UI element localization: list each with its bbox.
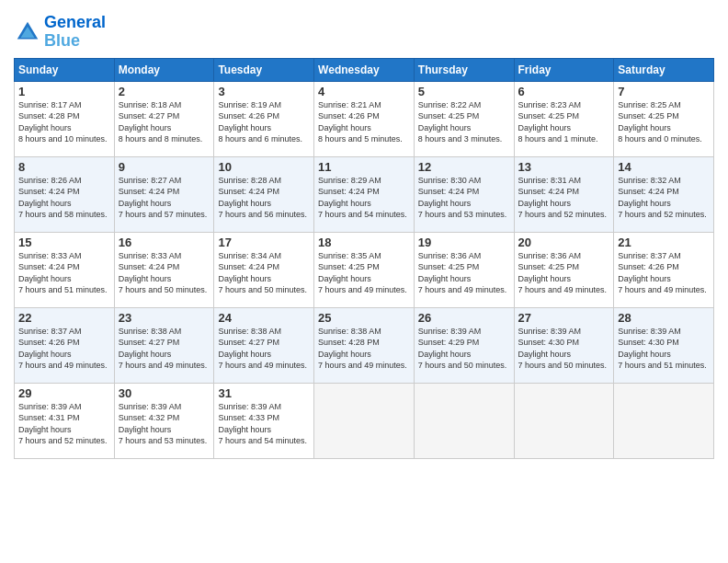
day-number: 12 — [418, 160, 510, 174]
calendar-cell: 16 Sunrise: 8:33 AM Sunset: 4:24 PM Dayl… — [114, 232, 214, 307]
calendar-cell: 25 Sunrise: 8:38 AM Sunset: 4:28 PM Dayl… — [314, 307, 415, 383]
day-info: Sunrise: 8:34 AM Sunset: 4:24 PM Dayligh… — [218, 250, 310, 296]
calendar-cell: 17 Sunrise: 8:34 AM Sunset: 4:24 PM Dayl… — [214, 232, 314, 307]
day-number: 7 — [618, 85, 710, 98]
day-info: Sunrise: 8:25 AM Sunset: 4:25 PM Dayligh… — [618, 99, 710, 145]
day-info: Sunrise: 8:39 AM Sunset: 4:31 PM Dayligh… — [18, 401, 110, 447]
day-info: Sunrise: 8:32 AM Sunset: 4:24 PM Dayligh… — [618, 175, 710, 221]
col-header-tuesday: Tuesday — [214, 58, 314, 81]
day-number: 30 — [119, 386, 210, 400]
day-number: 5 — [418, 85, 510, 98]
day-info: Sunrise: 8:28 AM Sunset: 4:24 PM Dayligh… — [218, 175, 310, 221]
col-header-saturday: Saturday — [614, 58, 714, 81]
day-info: Sunrise: 8:38 AM Sunset: 4:27 PM Dayligh… — [119, 326, 210, 372]
day-info: Sunrise: 8:17 AM Sunset: 4:28 PM Dayligh… — [18, 99, 110, 145]
calendar-cell: 2 Sunrise: 8:18 AM Sunset: 4:27 PM Dayli… — [114, 81, 214, 156]
day-info: Sunrise: 8:33 AM Sunset: 4:24 PM Dayligh… — [119, 250, 210, 296]
col-header-monday: Monday — [114, 58, 214, 81]
calendar-cell — [414, 383, 514, 458]
day-number: 29 — [18, 386, 110, 400]
day-number: 28 — [618, 311, 710, 325]
calendar-cell: 23 Sunrise: 8:38 AM Sunset: 4:27 PM Dayl… — [114, 307, 214, 383]
calendar-cell: 15 Sunrise: 8:33 AM Sunset: 4:24 PM Dayl… — [15, 232, 115, 307]
day-info: Sunrise: 8:36 AM Sunset: 4:25 PM Dayligh… — [418, 250, 510, 296]
day-info: Sunrise: 8:29 AM Sunset: 4:24 PM Dayligh… — [318, 175, 410, 221]
day-info: Sunrise: 8:35 AM Sunset: 4:25 PM Dayligh… — [318, 250, 410, 296]
day-info: Sunrise: 8:37 AM Sunset: 4:26 PM Dayligh… — [18, 326, 110, 372]
calendar-cell: 26 Sunrise: 8:39 AM Sunset: 4:29 PM Dayl… — [414, 307, 514, 383]
calendar-cell: 14 Sunrise: 8:32 AM Sunset: 4:24 PM Dayl… — [614, 156, 714, 232]
calendar-cell: 1 Sunrise: 8:17 AM Sunset: 4:28 PM Dayli… — [15, 81, 115, 156]
calendar-cell: 3 Sunrise: 8:19 AM Sunset: 4:26 PM Dayli… — [214, 81, 314, 156]
calendar-cell: 28 Sunrise: 8:39 AM Sunset: 4:30 PM Dayl… — [614, 307, 714, 383]
calendar-cell: 11 Sunrise: 8:29 AM Sunset: 4:24 PM Dayl… — [314, 156, 415, 232]
day-info: Sunrise: 8:38 AM Sunset: 4:28 PM Dayligh… — [318, 326, 410, 372]
day-number: 27 — [518, 311, 610, 325]
day-number: 1 — [18, 85, 110, 98]
calendar-cell: 12 Sunrise: 8:30 AM Sunset: 4:24 PM Dayl… — [414, 156, 514, 232]
col-header-thursday: Thursday — [414, 58, 514, 81]
calendar-cell: 18 Sunrise: 8:35 AM Sunset: 4:25 PM Dayl… — [314, 232, 415, 307]
day-info: Sunrise: 8:39 AM Sunset: 4:32 PM Dayligh… — [119, 401, 210, 447]
day-info: Sunrise: 8:39 AM Sunset: 4:29 PM Dayligh… — [418, 326, 510, 372]
logo-text: General Blue — [44, 14, 106, 51]
calendar-cell: 13 Sunrise: 8:31 AM Sunset: 4:24 PM Dayl… — [514, 156, 614, 232]
logo-icon — [14, 18, 41, 46]
day-info: Sunrise: 8:31 AM Sunset: 4:24 PM Dayligh… — [518, 175, 610, 221]
day-number: 8 — [18, 160, 110, 174]
day-info: Sunrise: 8:39 AM Sunset: 4:30 PM Dayligh… — [618, 326, 710, 372]
header: General Blue — [14, 9, 714, 51]
day-info: Sunrise: 8:21 AM Sunset: 4:26 PM Dayligh… — [318, 99, 410, 145]
calendar-cell: 4 Sunrise: 8:21 AM Sunset: 4:26 PM Dayli… — [314, 81, 415, 156]
day-info: Sunrise: 8:39 AM Sunset: 4:33 PM Dayligh… — [218, 401, 310, 447]
day-info: Sunrise: 8:22 AM Sunset: 4:25 PM Dayligh… — [418, 99, 510, 145]
day-number: 17 — [218, 236, 310, 249]
calendar-cell: 7 Sunrise: 8:25 AM Sunset: 4:25 PM Dayli… — [614, 81, 714, 156]
calendar-cell: 21 Sunrise: 8:37 AM Sunset: 4:26 PM Dayl… — [614, 232, 714, 307]
calendar-cell: 10 Sunrise: 8:28 AM Sunset: 4:24 PM Dayl… — [214, 156, 314, 232]
calendar-cell: 5 Sunrise: 8:22 AM Sunset: 4:25 PM Dayli… — [414, 81, 514, 156]
calendar-table: SundayMondayTuesdayWednesdayThursdayFrid… — [14, 58, 714, 459]
day-number: 20 — [518, 236, 610, 249]
calendar-cell: 6 Sunrise: 8:23 AM Sunset: 4:25 PM Dayli… — [514, 81, 614, 156]
calendar-cell: 9 Sunrise: 8:27 AM Sunset: 4:24 PM Dayli… — [114, 156, 214, 232]
page-container: General Blue SundayMondayTuesdayWednesda… — [0, 0, 728, 464]
calendar-cell: 29 Sunrise: 8:39 AM Sunset: 4:31 PM Dayl… — [15, 383, 115, 458]
day-number: 6 — [518, 85, 610, 98]
day-info: Sunrise: 8:30 AM Sunset: 4:24 PM Dayligh… — [418, 175, 510, 221]
day-number: 16 — [119, 236, 210, 249]
day-info: Sunrise: 8:38 AM Sunset: 4:27 PM Dayligh… — [218, 326, 310, 372]
day-info: Sunrise: 8:33 AM Sunset: 4:24 PM Dayligh… — [18, 250, 110, 296]
logo: General Blue — [14, 14, 106, 51]
calendar-cell: 22 Sunrise: 8:37 AM Sunset: 4:26 PM Dayl… — [15, 307, 115, 383]
day-number: 26 — [418, 311, 510, 325]
day-info: Sunrise: 8:39 AM Sunset: 4:30 PM Dayligh… — [518, 326, 610, 372]
day-number: 31 — [218, 386, 310, 400]
day-info: Sunrise: 8:23 AM Sunset: 4:25 PM Dayligh… — [518, 99, 610, 145]
day-info: Sunrise: 8:26 AM Sunset: 4:24 PM Dayligh… — [18, 175, 110, 221]
day-number: 19 — [418, 236, 510, 249]
calendar-cell — [314, 383, 415, 458]
col-header-friday: Friday — [514, 58, 614, 81]
day-number: 10 — [218, 160, 310, 174]
calendar-cell — [514, 383, 614, 458]
calendar-cell — [614, 383, 714, 458]
day-number: 14 — [618, 160, 710, 174]
calendar-cell: 30 Sunrise: 8:39 AM Sunset: 4:32 PM Dayl… — [114, 383, 214, 458]
day-number: 15 — [18, 236, 110, 249]
calendar-cell: 24 Sunrise: 8:38 AM Sunset: 4:27 PM Dayl… — [214, 307, 314, 383]
calendar-cell: 31 Sunrise: 8:39 AM Sunset: 4:33 PM Dayl… — [214, 383, 314, 458]
day-info: Sunrise: 8:18 AM Sunset: 4:27 PM Dayligh… — [119, 99, 210, 145]
day-info: Sunrise: 8:27 AM Sunset: 4:24 PM Dayligh… — [119, 175, 210, 221]
col-header-wednesday: Wednesday — [314, 58, 415, 81]
day-number: 25 — [318, 311, 410, 325]
day-number: 13 — [518, 160, 610, 174]
day-info: Sunrise: 8:36 AM Sunset: 4:25 PM Dayligh… — [518, 250, 610, 296]
day-number: 2 — [119, 85, 210, 98]
day-number: 11 — [318, 160, 410, 174]
day-number: 22 — [18, 311, 110, 325]
calendar-cell: 8 Sunrise: 8:26 AM Sunset: 4:24 PM Dayli… — [15, 156, 115, 232]
day-number: 24 — [218, 311, 310, 325]
day-info: Sunrise: 8:19 AM Sunset: 4:26 PM Dayligh… — [218, 99, 310, 145]
day-number: 9 — [119, 160, 210, 174]
